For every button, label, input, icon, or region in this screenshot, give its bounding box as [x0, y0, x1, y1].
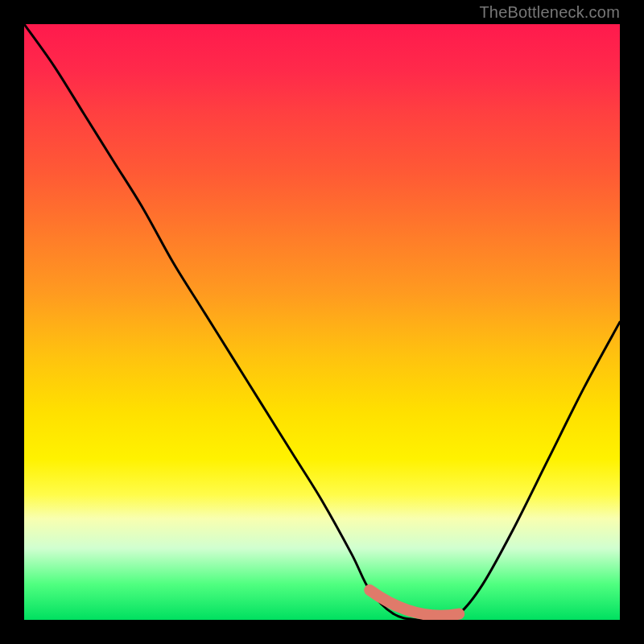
watermark-text: TheBottleneck.com — [479, 3, 620, 22]
plot-area — [24, 24, 620, 620]
curve-svg — [24, 24, 620, 620]
chart-container: TheBottleneck.com — [0, 0, 644, 644]
bottleneck-curve — [24, 24, 620, 620]
optimal-range-marker — [369, 590, 459, 616]
